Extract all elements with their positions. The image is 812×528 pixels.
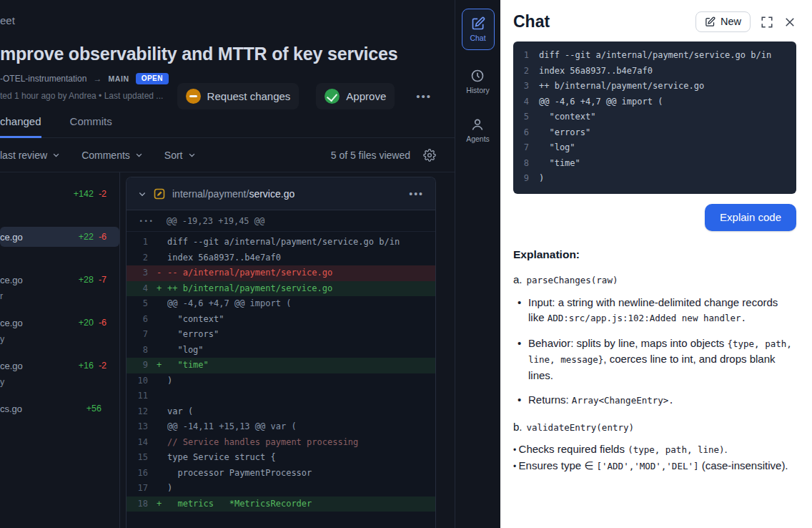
diff-line[interactable]: 1 diff --git a/internal/payment/service.…: [127, 235, 435, 250]
diff-line[interactable]: 6 "context": [127, 312, 435, 328]
code-line-number: 3: [513, 79, 539, 94]
person-icon: [470, 117, 485, 132]
section-a-prefix: a.: [513, 273, 523, 285]
compose-icon: [705, 16, 716, 27]
diff-sign: [157, 296, 167, 312]
rail-tab-agents[interactable]: Agents: [466, 117, 490, 143]
diff-line[interactable]: 2 index 56a8937..b4e7af0: [127, 250, 435, 266]
file-more-button[interactable]: •••: [409, 188, 424, 200]
code-line-text: "time": [539, 156, 580, 172]
file-tree-item[interactable]: ce.go +16 -2 y: [0, 356, 119, 399]
diff-sign: [157, 235, 167, 250]
diff-line[interactable]: 13 @@ -14,11 +15,13 @@ var (: [127, 419, 435, 435]
file-tree-item[interactable]: +142 -2: [0, 184, 119, 227]
chat-title: Chat: [513, 12, 550, 31]
modified-file-icon: [154, 188, 165, 200]
section-a-bullets: Input: a string with newline-delimited c…: [513, 295, 796, 409]
code-line: 4 @@ -4,6 +4,7 @@ import (: [513, 94, 796, 110]
file-tree-item-main: cs.go +56: [0, 399, 119, 419]
explain-code-button[interactable]: Explain code: [705, 204, 796, 231]
approve-button[interactable]: Approve: [316, 83, 395, 109]
file-tree-item[interactable]: ce.go +28 -7 r: [0, 270, 119, 313]
file-name: ce.go: [0, 275, 23, 285]
diff-sign: [157, 435, 167, 451]
page-title: mprove observability and MTTR of key ser…: [0, 44, 455, 64]
diff-line[interactable]: 9 + "time": [127, 358, 435, 373]
file-path-fragment: y: [0, 334, 119, 344]
diff-line[interactable]: 16 processor PaymentProcessor: [127, 466, 435, 481]
code-line-number: 6: [513, 125, 539, 141]
line-number: 6: [127, 312, 157, 328]
line-number: 16: [127, 466, 157, 481]
line-number: 1: [127, 235, 157, 250]
diff-sign: [157, 450, 167, 466]
code-line-number: 5: [513, 109, 539, 125]
diff-code-text: @@ -14,11 +15,13 @@ var (: [167, 419, 435, 435]
screen: eet mprove observability and MTTR of key…: [0, 0, 812, 528]
rail-chat-label: Chat: [470, 34, 485, 42]
rail-tab-history[interactable]: History: [466, 69, 490, 94]
target-branch: MAIN: [108, 74, 129, 83]
tab-commits[interactable]: Commits: [70, 115, 112, 137]
deletions-count: -7: [99, 275, 107, 285]
diff-line[interactable]: 7 "errors": [127, 327, 435, 343]
diff-line[interactable]: 12 var (: [127, 404, 435, 420]
comments-dropdown[interactable]: Comments: [81, 150, 143, 161]
additions-count: +20: [79, 318, 94, 328]
diff-line[interactable]: 18 + metrics *MetricsRecorder: [127, 497, 435, 512]
diff-body: 1 diff --git a/internal/payment/service.…: [127, 232, 435, 528]
code-line-text: @@ -4,6 +4,7 @@ import (: [539, 94, 663, 110]
section-b-bullets: Checks required fields (type, path, line…: [513, 441, 796, 475]
expand-panel-button[interactable]: [761, 16, 773, 29]
new-chat-button[interactable]: New: [695, 11, 751, 32]
code-line: 8 "time": [513, 156, 796, 172]
since-last-review-dropdown[interactable]: last review: [0, 150, 60, 161]
diff-line[interactable]: 15 type Service struct {: [127, 450, 435, 466]
hunk-range-label: @@ -19,23 +19,45 @@: [167, 216, 264, 226]
line-number: 17: [127, 481, 157, 497]
additions-count: +28: [79, 275, 94, 285]
more-actions-button[interactable]: •••: [412, 84, 436, 108]
diff-code-text: -- a/internal/payment/service.go: [167, 265, 435, 281]
line-number: 13: [127, 419, 157, 435]
rail-tab-chat[interactable]: Chat: [462, 9, 495, 50]
diff-line[interactable]: 17 ): [127, 481, 435, 497]
diff-line[interactable]: 8 "log": [127, 343, 435, 358]
diff-panel: internal/payment/service.go ••• ••• @@ -…: [126, 177, 436, 528]
chat-code-block: 1 diff --git a/internal/payment/service.…: [513, 41, 796, 194]
rail-agents-label: Agents: [466, 135, 490, 143]
section-b-label: b.validateEntry(entry): [513, 421, 796, 433]
expand-icon: [761, 16, 773, 29]
file-tree-item[interactable]: ce.go +20 -6 y: [0, 313, 119, 356]
diff-code-text: [167, 388, 435, 404]
diff-sign: [157, 312, 167, 328]
diff-code-text: metrics *MetricsRecorder: [167, 497, 435, 512]
file-tree-item[interactable]: ce.go +22 -6: [0, 227, 119, 270]
section-b-prefix: b.: [513, 421, 523, 433]
diff-sign: [157, 404, 167, 420]
diff-line[interactable]: 10 ): [127, 373, 435, 389]
review-tabs: changed Commits: [0, 115, 455, 138]
diff-line[interactable]: 4 + ++ b/internal/payment/service.go: [127, 281, 435, 297]
diff-line[interactable]: 11: [127, 388, 435, 404]
file-name: ce.go: [0, 361, 23, 371]
chat-controls: New: [695, 11, 796, 32]
approve-label: Approve: [346, 90, 386, 102]
review-actions: Request changes Approve •••: [177, 83, 436, 109]
source-branch: -OTEL-instrumentation: [0, 74, 86, 84]
line-number: 2: [127, 250, 157, 266]
file-tree-item[interactable]: cs.go +56: [0, 399, 119, 441]
hunk-expander[interactable]: ••• @@ -19,23 +19,45 @@: [127, 210, 435, 232]
collapse-chevron-icon[interactable]: [138, 190, 147, 198]
diff-line[interactable]: 3 - -- a/internal/payment/service.go: [127, 265, 435, 281]
diff-sign: -: [157, 265, 167, 281]
section-a-code: parseChanges(raw): [527, 275, 618, 285]
diff-line[interactable]: 5 @@ -4,6 +4,7 @@ import (: [127, 296, 435, 312]
tab-files-changed[interactable]: changed: [0, 115, 41, 138]
diff-line[interactable]: 14 // Service handles payment processing: [127, 435, 435, 451]
request-changes-button[interactable]: Request changes: [177, 83, 299, 109]
diff-code-text: "context": [167, 312, 435, 328]
gear-icon[interactable]: [423, 149, 436, 162]
close-panel-button[interactable]: [783, 16, 796, 29]
sort-dropdown[interactable]: Sort: [164, 150, 196, 161]
